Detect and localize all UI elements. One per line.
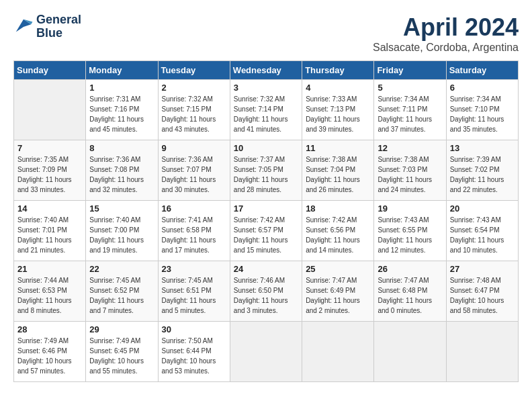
day-number: 5: [378, 83, 442, 93]
day-number: 23: [162, 264, 226, 274]
day-number: 19: [378, 203, 442, 214]
calendar-header-row: SundayMondayTuesdayWednesdayThursdayFrid…: [14, 61, 519, 80]
day-info: Sunrise: 7:38 AMSunset: 7:04 PMDaylight:…: [306, 154, 370, 195]
day-number: 7: [17, 143, 82, 153]
day-info: Sunrise: 7:40 AMSunset: 7:01 PMDaylight:…: [17, 215, 82, 255]
day-info: Sunrise: 7:43 AMSunset: 6:55 PMDaylight:…: [378, 215, 442, 255]
week-row-2: 7Sunrise: 7:35 AMSunset: 7:09 PMDaylight…: [14, 140, 519, 201]
calendar-cell: 1Sunrise: 7:31 AMSunset: 7:16 PMDaylight…: [86, 80, 158, 140]
calendar-cell: 4Sunrise: 7:33 AMSunset: 7:13 PMDaylight…: [302, 80, 374, 140]
day-info: Sunrise: 7:49 AMSunset: 6:46 PMDaylight:…: [17, 336, 82, 376]
location-title: Salsacate, Cordoba, Argentina: [373, 42, 519, 54]
column-header-monday: Monday: [86, 61, 158, 80]
day-number: 27: [450, 264, 515, 274]
day-info: Sunrise: 7:50 AMSunset: 6:44 PMDaylight:…: [162, 336, 226, 376]
week-row-5: 28Sunrise: 7:49 AMSunset: 6:46 PMDayligh…: [14, 322, 519, 382]
calendar-cell: 15Sunrise: 7:40 AMSunset: 7:00 PMDayligh…: [86, 201, 158, 261]
day-info: Sunrise: 7:45 AMSunset: 6:52 PMDaylight:…: [89, 275, 154, 316]
day-info: Sunrise: 7:36 AMSunset: 7:07 PMDaylight:…: [162, 154, 226, 195]
calendar-cell: 11Sunrise: 7:38 AMSunset: 7:04 PMDayligh…: [302, 140, 374, 201]
calendar-cell: 20Sunrise: 7:43 AMSunset: 6:54 PMDayligh…: [446, 201, 518, 261]
calendar-cell: 2Sunrise: 7:32 AMSunset: 7:15 PMDaylight…: [158, 80, 230, 140]
calendar-cell: 9Sunrise: 7:36 AMSunset: 7:07 PMDaylight…: [158, 140, 230, 201]
day-number: 11: [306, 143, 370, 153]
calendar-cell: 29Sunrise: 7:49 AMSunset: 6:45 PMDayligh…: [86, 322, 158, 382]
column-header-saturday: Saturday: [446, 61, 518, 80]
page-header: General Blue April 2024 Salsacate, Cordo…: [13, 13, 519, 54]
day-info: Sunrise: 7:49 AMSunset: 6:45 PMDaylight:…: [89, 336, 154, 376]
calendar-body: 1Sunrise: 7:31 AMSunset: 7:16 PMDaylight…: [14, 80, 519, 382]
day-info: Sunrise: 7:46 AMSunset: 6:50 PMDaylight:…: [234, 275, 298, 316]
day-info: Sunrise: 7:43 AMSunset: 6:54 PMDaylight:…: [450, 215, 515, 255]
week-row-1: 1Sunrise: 7:31 AMSunset: 7:16 PMDaylight…: [14, 80, 519, 140]
calendar-table: SundayMondayTuesdayWednesdayThursdayFrid…: [13, 60, 519, 382]
calendar-cell: 5Sunrise: 7:34 AMSunset: 7:11 PMDaylight…: [374, 80, 446, 140]
day-number: 24: [234, 264, 298, 274]
day-number: 30: [162, 324, 226, 334]
day-info: Sunrise: 7:42 AMSunset: 6:57 PMDaylight:…: [234, 215, 298, 255]
calendar-cell: 18Sunrise: 7:42 AMSunset: 6:56 PMDayligh…: [302, 201, 374, 261]
week-row-3: 14Sunrise: 7:40 AMSunset: 7:01 PMDayligh…: [14, 201, 519, 261]
day-info: Sunrise: 7:33 AMSunset: 7:13 PMDaylight:…: [306, 94, 370, 134]
calendar-cell: 23Sunrise: 7:45 AMSunset: 6:51 PMDayligh…: [158, 261, 230, 322]
day-number: 28: [17, 324, 82, 334]
week-row-4: 21Sunrise: 7:44 AMSunset: 6:53 PMDayligh…: [14, 261, 519, 322]
day-number: 4: [306, 83, 370, 93]
day-number: 2: [162, 83, 226, 93]
day-info: Sunrise: 7:31 AMSunset: 7:16 PMDaylight:…: [89, 94, 154, 134]
day-number: 13: [450, 143, 515, 153]
day-number: 6: [450, 83, 515, 93]
calendar-cell: 6Sunrise: 7:34 AMSunset: 7:10 PMDaylight…: [446, 80, 518, 140]
calendar-cell: 12Sunrise: 7:38 AMSunset: 7:03 PMDayligh…: [374, 140, 446, 201]
day-number: 16: [162, 203, 226, 214]
day-info: Sunrise: 7:41 AMSunset: 6:58 PMDaylight:…: [162, 215, 226, 255]
day-number: 10: [234, 143, 298, 153]
logo-icon: [13, 15, 34, 36]
day-info: Sunrise: 7:47 AMSunset: 6:49 PMDaylight:…: [306, 275, 370, 316]
day-info: Sunrise: 7:34 AMSunset: 7:10 PMDaylight:…: [450, 94, 515, 134]
day-info: Sunrise: 7:42 AMSunset: 6:56 PMDaylight:…: [306, 215, 370, 255]
day-number: 22: [89, 264, 154, 274]
day-number: 9: [162, 143, 226, 153]
day-info: Sunrise: 7:32 AMSunset: 7:14 PMDaylight:…: [234, 94, 298, 134]
calendar-cell: 3Sunrise: 7:32 AMSunset: 7:14 PMDaylight…: [230, 80, 302, 140]
calendar-cell: 8Sunrise: 7:36 AMSunset: 7:08 PMDaylight…: [86, 140, 158, 201]
calendar-cell: 27Sunrise: 7:48 AMSunset: 6:47 PMDayligh…: [446, 261, 518, 322]
title-block: April 2024 Salsacate, Cordoba, Argentina: [373, 13, 519, 54]
calendar-cell: 24Sunrise: 7:46 AMSunset: 6:50 PMDayligh…: [230, 261, 302, 322]
day-info: Sunrise: 7:34 AMSunset: 7:11 PMDaylight:…: [378, 94, 442, 134]
day-number: 18: [306, 203, 370, 214]
calendar-cell: 17Sunrise: 7:42 AMSunset: 6:57 PMDayligh…: [230, 201, 302, 261]
column-header-friday: Friday: [374, 61, 446, 80]
day-info: Sunrise: 7:44 AMSunset: 6:53 PMDaylight:…: [17, 275, 82, 316]
calendar-cell: 25Sunrise: 7:47 AMSunset: 6:49 PMDayligh…: [302, 261, 374, 322]
calendar-cell: 10Sunrise: 7:37 AMSunset: 7:05 PMDayligh…: [230, 140, 302, 201]
day-info: Sunrise: 7:32 AMSunset: 7:15 PMDaylight:…: [162, 94, 226, 134]
day-info: Sunrise: 7:37 AMSunset: 7:05 PMDaylight:…: [234, 154, 298, 195]
day-info: Sunrise: 7:39 AMSunset: 7:02 PMDaylight:…: [450, 154, 515, 195]
day-number: 17: [234, 203, 298, 214]
column-header-sunday: Sunday: [14, 61, 86, 80]
calendar-cell: 28Sunrise: 7:49 AMSunset: 6:46 PMDayligh…: [14, 322, 86, 382]
day-number: 12: [378, 143, 442, 153]
column-header-tuesday: Tuesday: [158, 61, 230, 80]
day-info: Sunrise: 7:45 AMSunset: 6:51 PMDaylight:…: [162, 275, 226, 316]
calendar-cell: 26Sunrise: 7:47 AMSunset: 6:48 PMDayligh…: [374, 261, 446, 322]
column-header-wednesday: Wednesday: [230, 61, 302, 80]
month-title: April 2024: [373, 13, 519, 42]
calendar-cell: [14, 80, 86, 140]
calendar-cell: 7Sunrise: 7:35 AMSunset: 7:09 PMDaylight…: [14, 140, 86, 201]
calendar-cell: 19Sunrise: 7:43 AMSunset: 6:55 PMDayligh…: [374, 201, 446, 261]
day-number: 29: [89, 324, 154, 334]
day-info: Sunrise: 7:47 AMSunset: 6:48 PMDaylight:…: [378, 275, 442, 316]
day-number: 15: [89, 203, 154, 214]
calendar-cell: 13Sunrise: 7:39 AMSunset: 7:02 PMDayligh…: [446, 140, 518, 201]
calendar-cell: 14Sunrise: 7:40 AMSunset: 7:01 PMDayligh…: [14, 201, 86, 261]
day-info: Sunrise: 7:36 AMSunset: 7:08 PMDaylight:…: [89, 154, 154, 195]
calendar-cell: 16Sunrise: 7:41 AMSunset: 6:58 PMDayligh…: [158, 201, 230, 261]
calendar-cell: [446, 322, 518, 382]
day-number: 14: [17, 203, 82, 214]
day-number: 26: [378, 264, 442, 274]
calendar-cell: 22Sunrise: 7:45 AMSunset: 6:52 PMDayligh…: [86, 261, 158, 322]
day-number: 8: [89, 143, 154, 153]
